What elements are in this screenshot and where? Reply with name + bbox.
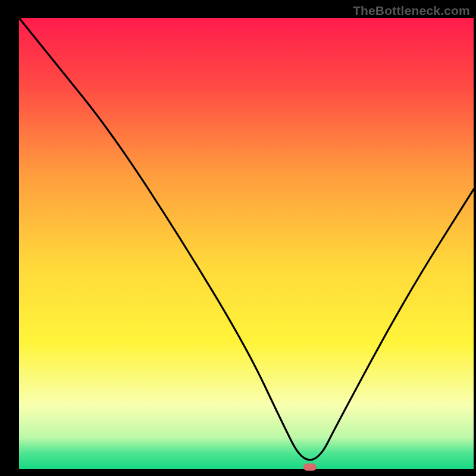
chart-plot-area	[19, 18, 474, 469]
chart-container: TheBottleneck.com	[0, 0, 476, 476]
bottleneck-chart	[0, 0, 476, 476]
watermark-text: TheBottleneck.com	[353, 4, 470, 18]
optimal-point-marker	[303, 464, 317, 471]
